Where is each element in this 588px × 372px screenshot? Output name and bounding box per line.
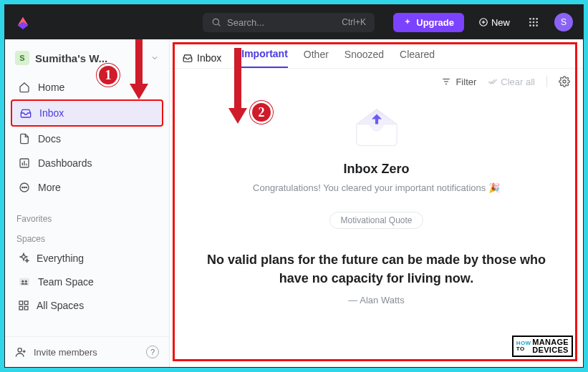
avatar-initial: S	[561, 17, 567, 27]
annotation-2-number: 2	[259, 105, 265, 120]
nav-inbox[interactable]: Inbox	[11, 99, 163, 127]
invite-icon	[15, 346, 26, 358]
wm-devices: DEVICES	[532, 346, 569, 354]
svg-point-23	[21, 280, 24, 283]
new-button[interactable]: New	[471, 13, 517, 32]
svg-point-24	[25, 280, 27, 283]
chevron-down-icon	[150, 54, 159, 62]
nav-docs-label: Docs	[38, 133, 61, 145]
user-avatar[interactable]: S	[554, 13, 573, 31]
svg-point-5	[529, 18, 531, 20]
nav-dashboards-label: Dashboards	[38, 157, 92, 169]
svg-marker-37	[130, 84, 148, 99]
dashboards-icon	[18, 157, 31, 170]
watermark: HOWTO MANAGEDEVICES	[512, 336, 573, 357]
svg-rect-22	[19, 278, 29, 286]
annotation-badge-1: 1	[97, 64, 120, 87]
workspace-badge-letter: S	[19, 54, 24, 62]
search-shortcut: Ctrl+K	[342, 17, 366, 27]
invite-label: Invite members	[34, 347, 97, 358]
space-all-label: All Spaces	[37, 300, 84, 311]
home-icon	[18, 81, 31, 94]
search-bar[interactable]: Search... Ctrl+K	[203, 13, 375, 32]
svg-point-7	[536, 18, 538, 20]
svg-point-13	[536, 24, 538, 26]
nav-inbox-label: Inbox	[39, 107, 64, 119]
svg-point-6	[533, 18, 535, 20]
svg-point-20	[24, 187, 24, 187]
svg-marker-39	[228, 108, 247, 124]
svg-line-1	[218, 24, 221, 26]
inbox-icon	[19, 107, 32, 119]
plus-circle-icon	[478, 17, 488, 27]
space-all[interactable]: All Spaces	[11, 294, 163, 317]
search-placeholder: Search...	[227, 17, 264, 28]
sparkle-icon	[403, 18, 412, 26]
svg-point-21	[26, 187, 26, 187]
svg-point-29	[18, 348, 21, 352]
svg-point-0	[213, 19, 218, 24]
space-everything-label: Everything	[37, 253, 84, 264]
new-label: New	[491, 17, 510, 28]
help-icon[interactable]: ?	[146, 346, 159, 358]
svg-rect-27	[19, 306, 23, 310]
nav-home-label: Home	[38, 82, 64, 93]
svg-rect-26	[24, 301, 28, 305]
svg-point-19	[22, 187, 23, 187]
all-spaces-icon	[18, 300, 29, 311]
upgrade-label: Upgrade	[416, 17, 454, 28]
svg-point-9	[533, 21, 535, 24]
search-icon	[211, 17, 221, 27]
spaces-header[interactable]: Spaces	[5, 227, 169, 247]
app-header: Search... Ctrl+K Upgrade New S	[5, 5, 583, 39]
apps-grid-icon[interactable]	[524, 13, 543, 31]
annotation-arrow-2	[227, 48, 249, 125]
workspace-badge: S	[15, 51, 29, 65]
nav-more-label: More	[38, 182, 61, 193]
annotation-badge-2: 2	[250, 101, 273, 124]
annotation-1-number: 1	[105, 68, 112, 83]
svg-rect-25	[19, 301, 23, 305]
annotation-arrow-1	[128, 39, 150, 101]
favorites-header[interactable]: Favorites	[5, 207, 169, 227]
svg-rect-28	[24, 306, 28, 310]
clickup-logo	[15, 14, 31, 30]
more-icon	[18, 181, 31, 194]
space-team-label: Team Space	[38, 276, 94, 288]
nav-more[interactable]: More	[11, 175, 163, 200]
svg-point-12	[533, 24, 535, 26]
wm-to: TO	[516, 346, 531, 352]
svg-point-8	[529, 21, 531, 24]
upgrade-button[interactable]: Upgrade	[393, 13, 464, 32]
nav-docs[interactable]: Docs	[11, 127, 163, 151]
team-space-icon	[18, 275, 31, 288]
nav-dashboards[interactable]: Dashboards	[11, 151, 163, 175]
everything-icon	[18, 253, 29, 264]
docs-icon	[18, 132, 31, 145]
space-team[interactable]: Team Space	[11, 270, 163, 294]
space-everything[interactable]: Everything	[11, 247, 163, 270]
svg-point-11	[529, 24, 531, 26]
svg-point-10	[536, 21, 538, 24]
invite-members[interactable]: Invite members ?	[5, 336, 169, 367]
